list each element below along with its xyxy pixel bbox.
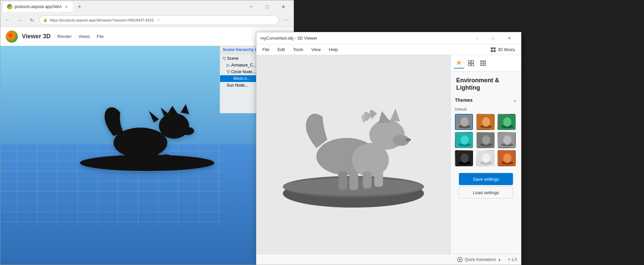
new-tab-btn[interactable]: +: [75, 2, 84, 11]
theme-preview-8: [477, 151, 495, 166]
browser-settings-btn[interactable]: ⋯: [282, 15, 291, 25]
library-label: 3D library: [498, 47, 515, 52]
browser-minimize-btn[interactable]: −: [243, 2, 259, 11]
svg-rect-45: [338, 172, 347, 190]
panel-tab-environment[interactable]: [454, 58, 464, 69]
svg-rect-59: [471, 60, 474, 63]
app-content: Environment &Lighting Themes ⌄ Default: [256, 55, 521, 254]
themes-chevron-icon: ⌄: [513, 97, 517, 103]
app-window-title: myConverted.obj - 3D Viewer: [260, 36, 317, 41]
app-maximize-btn[interactable]: □: [485, 33, 501, 43]
theme-item-3[interactable]: [498, 114, 516, 130]
svg-rect-66: [482, 62, 484, 64]
app-3d-viewport[interactable]: [256, 55, 450, 254]
svg-marker-99: [459, 259, 461, 261]
svg-rect-27: [127, 154, 134, 165]
app-close-btn[interactable]: ✕: [502, 33, 517, 43]
library-btn[interactable]: 3D library: [487, 46, 518, 54]
browser-menu-render[interactable]: Render: [57, 34, 72, 39]
dog-3d-svg: [273, 86, 434, 214]
theme-preview-4: [456, 133, 473, 148]
theme-item-5[interactable]: [476, 132, 495, 148]
panel-tab-grid[interactable]: [478, 58, 488, 69]
theme-preview-6: [498, 133, 516, 148]
svg-rect-30: [162, 154, 170, 163]
browser-tab[interactable]: products.aspose.app/3d/viewer?... ✕: [3, 2, 73, 12]
app-menu-view[interactable]: View: [308, 46, 324, 53]
browser-tab-label: products.aspose.app/3d/viewer?...: [14, 4, 61, 9]
browser-menu-file[interactable]: File: [97, 34, 104, 39]
svg-point-49: [458, 61, 460, 64]
svg-rect-69: [482, 64, 484, 66]
themes-grid: [455, 114, 517, 166]
svg-rect-64: [484, 60, 486, 62]
browser-menu-views[interactable]: Views: [78, 34, 90, 39]
theme-item-7[interactable]: [455, 150, 473, 166]
library-icon: [490, 47, 496, 52]
dog-3d-scene: [273, 86, 434, 215]
themes-default-label: Default: [455, 106, 517, 114]
svg-rect-62: [480, 60, 482, 62]
nav-back-btn[interactable]: ←: [3, 15, 12, 25]
app-window: myConverted.obj - 3D Viewer − □ ✕ File E…: [256, 32, 521, 265]
svg-rect-58: [468, 60, 471, 63]
svg-rect-68: [480, 64, 482, 66]
nav-refresh-btn[interactable]: ↻: [27, 15, 37, 25]
panel-section-title: Environment &Lighting: [451, 72, 521, 94]
themes-header[interactable]: Themes ⌄: [455, 94, 517, 106]
theme-item-8[interactable]: [476, 150, 495, 166]
app-minimize-btn[interactable]: −: [469, 33, 485, 43]
svg-marker-43: [379, 111, 390, 123]
theme-item-6[interactable]: [498, 132, 516, 148]
quick-animations-btn[interactable]: Quick Animations ▲: [455, 256, 504, 264]
theme-item-2[interactable]: [476, 114, 495, 130]
svg-line-54: [457, 61, 458, 61]
svg-line-56: [460, 61, 461, 61]
svg-marker-24: [181, 104, 189, 114]
svg-rect-33: [491, 50, 493, 52]
theme-item-1[interactable]: [455, 114, 473, 130]
load-settings-btn[interactable]: Load settings: [459, 186, 513, 198]
svg-rect-47: [363, 172, 372, 188]
bookmark-icon[interactable]: ☆: [157, 18, 160, 22]
app-menu-tools[interactable]: Tools: [290, 46, 306, 53]
panel-tab-material[interactable]: [466, 58, 476, 69]
svg-marker-25: [161, 107, 169, 116]
wolf-scene: [70, 89, 224, 178]
theme-item-4[interactable]: [455, 132, 473, 148]
svg-marker-26: [149, 111, 159, 123]
app-menu-file[interactable]: File: [259, 46, 273, 53]
nav-forward-btn[interactable]: →: [15, 15, 25, 25]
svg-point-88: [503, 135, 511, 145]
save-settings-btn[interactable]: Save settings: [459, 173, 513, 185]
browser-tab-favicon: [7, 4, 12, 9]
wolf-svg: [70, 89, 224, 176]
svg-rect-34: [493, 50, 496, 52]
theme-item-9[interactable]: [498, 150, 516, 166]
browser-viewport: Left Scene hierarchy t ▽ Scene ▷ Armatur…: [0, 46, 294, 265]
browser-app-menu: Render Views File: [57, 34, 104, 39]
app-menu-help[interactable]: Help: [326, 46, 341, 53]
svg-rect-61: [471, 63, 474, 66]
material-icon: [468, 60, 474, 66]
svg-line-55: [460, 64, 461, 65]
svg-rect-48: [374, 171, 383, 187]
svg-point-42: [405, 138, 411, 141]
svg-rect-29: [152, 154, 160, 164]
scale-label: × 1.0: [508, 257, 517, 262]
chevron-up-icon: ▲: [498, 258, 501, 261]
theme-preview-1: [456, 115, 473, 130]
app-menu-edit[interactable]: Edit: [274, 46, 288, 53]
browser-tab-close-btn[interactable]: ✕: [63, 4, 69, 9]
browser-close-btn[interactable]: ✕: [275, 2, 291, 11]
app-statusbar: Quick Animations ▲ × 1.0: [256, 254, 521, 265]
svg-rect-67: [484, 62, 486, 64]
svg-rect-70: [484, 64, 486, 66]
address-bar[interactable]: 🔒 https://products.aspose.app/3d/viewer?…: [39, 15, 279, 25]
theme-preview-3: [498, 115, 516, 130]
browser-titlebar: products.aspose.app/3d/viewer?... ✕ + − …: [0, 0, 294, 13]
svg-rect-60: [468, 63, 471, 66]
svg-rect-46: [349, 173, 358, 190]
svg-point-97: [503, 153, 511, 163]
browser-maximize-btn[interactable]: □: [259, 2, 275, 11]
